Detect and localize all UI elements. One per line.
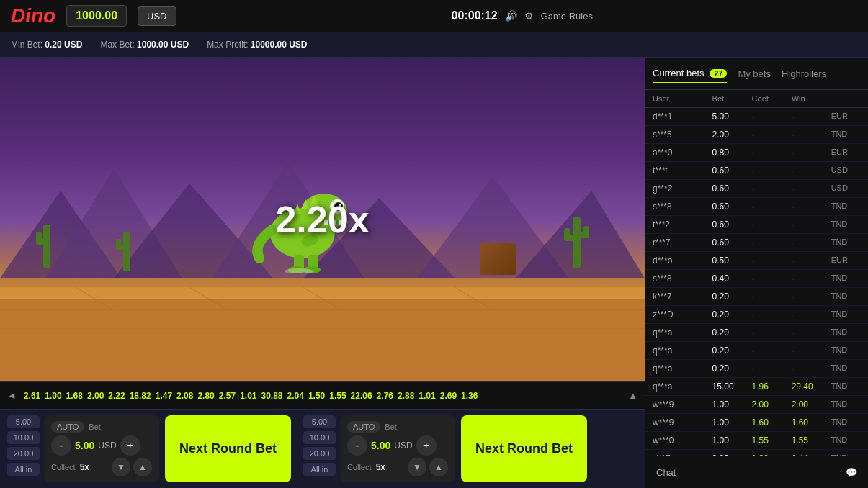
auto-btn-2[interactable]: AUTO (347, 421, 380, 433)
col-currency (831, 94, 861, 103)
row-user: w***9 (653, 399, 712, 410)
collect-down-2[interactable]: ▼ (408, 458, 426, 476)
minus-btn-1[interactable]: - (51, 435, 71, 456)
row-bet: 0.60 (712, 220, 752, 230)
separator-1 (297, 419, 297, 479)
tab-highrollers[interactable]: Highrollers (782, 65, 826, 83)
row-currency: TND (831, 238, 861, 248)
history-item[interactable]: 1.01 (240, 391, 256, 401)
row-user: d***1 (653, 112, 712, 122)
row-bet: 1.00 (712, 399, 752, 410)
table-row: q***a 0.20 - - TND (645, 342, 868, 360)
row-win: - (792, 345, 831, 356)
chat-icon[interactable]: 💬 (846, 467, 857, 478)
history-item[interactable]: 1.55 (329, 391, 346, 401)
history-item[interactable]: 1.50 (308, 391, 325, 401)
history-item[interactable]: 2.57 (219, 391, 236, 401)
tab-my-bets[interactable]: My bets (738, 65, 771, 83)
history-item[interactable]: 22.06 (351, 391, 372, 401)
row-coef: - (752, 130, 792, 140)
row-win: - (792, 256, 831, 266)
row-user: a***0 (653, 148, 712, 158)
row-win: - (792, 309, 831, 320)
plus-btn-1[interactable]: + (120, 435, 140, 456)
max-bet-label: Max Bet: 1000.00 USD (100, 40, 189, 50)
row-user: t***2 (653, 220, 712, 230)
collect-up-2[interactable]: ▲ (429, 458, 448, 476)
history-item[interactable]: 1.68 (66, 391, 83, 401)
preset-btn-20-2[interactable]: 20.00 (303, 447, 336, 460)
row-win: - (792, 363, 831, 374)
auto-row-2: AUTO Bet (347, 421, 448, 433)
row-bet: 0.20 (712, 292, 752, 302)
row-bet: 5.00 (712, 112, 752, 122)
bets-tabs: Current bets 27 My bets Highrollers (645, 58, 868, 90)
row-currency: TND (831, 435, 861, 446)
collect-down-1[interactable]: ▼ (112, 458, 130, 476)
history-item[interactable]: 18.82 (130, 391, 151, 401)
history-item[interactable]: 2.00 (87, 391, 104, 401)
preset-allin-1[interactable]: All in (7, 463, 40, 476)
sound-icon[interactable]: 🔊 (505, 10, 517, 22)
history-item[interactable]: 30.88 (261, 391, 283, 401)
history-item[interactable]: 1.00 (45, 391, 61, 401)
preset-btn-20-1[interactable]: 20.00 (7, 447, 40, 460)
history-item[interactable]: 1.47 (156, 391, 172, 401)
history-item[interactable]: 1.01 (419, 391, 435, 401)
table-rows: d***1 5.00 - - EUR s***5 2.00 - - TND a*… (645, 108, 868, 456)
row-coef: - (752, 220, 792, 230)
row-coef: - (752, 256, 792, 266)
table-row: a***0 0.80 - - EUR (645, 144, 868, 162)
history-item[interactable]: 2.61 (24, 391, 40, 401)
next-round-btn-1[interactable]: Next Round Bet (165, 415, 291, 482)
preset-btn-5-1[interactable]: 5.00 (7, 415, 40, 428)
cactus-left-1 (32, 217, 61, 275)
cactus-left-2 (116, 225, 138, 275)
history-item[interactable]: 2.69 (440, 391, 457, 401)
bet-panel-1: 5.00 10.00 20.00 All in AUTO Bet - 5.00 … (7, 415, 159, 482)
history-item[interactable]: 2.04 (287, 391, 304, 401)
history-item[interactable]: 2.88 (398, 391, 414, 401)
scroll-left-icon[interactable]: ◄ (7, 390, 17, 401)
history-item[interactable]: 2.22 (108, 391, 125, 401)
row-win: 29.40 (792, 381, 831, 392)
table-row: z***D 0.20 - - TND (645, 306, 868, 324)
row-user: s***5 (653, 130, 712, 140)
next-round-btn-2[interactable]: Next Round Bet (461, 415, 587, 482)
auto-btn-1[interactable]: AUTO (51, 421, 84, 433)
row-user: k***7 (653, 292, 712, 302)
row-user: s***8 (653, 202, 712, 212)
row-bet: 2.00 (712, 130, 752, 140)
table-row: w***9 1.00 2.00 2.00 TND (645, 396, 868, 414)
history-item[interactable]: 1.36 (461, 391, 478, 401)
row-coef: 1.55 (752, 435, 792, 446)
row-win: - (792, 112, 831, 122)
history-scroll-up[interactable]: ▲ (628, 390, 637, 401)
chat-label: Chat (656, 467, 676, 478)
collect-up-1[interactable]: ▲ (133, 458, 152, 476)
row-currency: USD (831, 166, 861, 176)
history-item[interactable]: 2.08 (176, 391, 193, 401)
minus-btn-2[interactable]: - (347, 435, 367, 456)
col-user: User (653, 94, 712, 103)
svg-rect-8 (0, 287, 645, 299)
game-rules-link[interactable]: Game Rules (541, 11, 593, 22)
preset-btn-10-2[interactable]: 10.00 (303, 431, 336, 444)
min-bet-value: 0.20 USD (45, 40, 82, 50)
preset-allin-2[interactable]: All in (303, 463, 336, 476)
history-item[interactable]: 2.80 (197, 391, 214, 401)
plus-btn-2[interactable]: + (416, 435, 437, 456)
table-row: g***2 0.60 - - USD (645, 180, 868, 198)
header-center: 00:00:12 🔊 ⚙ Game Rules (187, 9, 857, 22)
settings-icon[interactable]: ⚙ (524, 10, 534, 22)
preset-btn-10-1[interactable]: 10.00 (7, 431, 40, 444)
row-user: r***7 (653, 238, 712, 248)
collect-value-2: 5x (376, 462, 385, 472)
row-bet: 0.80 (712, 148, 752, 158)
table-row: t***2 0.60 - - TND (645, 216, 868, 234)
game-area: 2.20x (0, 58, 645, 488)
row-user: q***a (653, 345, 712, 356)
preset-btn-5-2[interactable]: 5.00 (303, 415, 336, 428)
tab-current-bets[interactable]: Current bets 27 (653, 64, 727, 83)
history-item[interactable]: 2.76 (377, 391, 393, 401)
